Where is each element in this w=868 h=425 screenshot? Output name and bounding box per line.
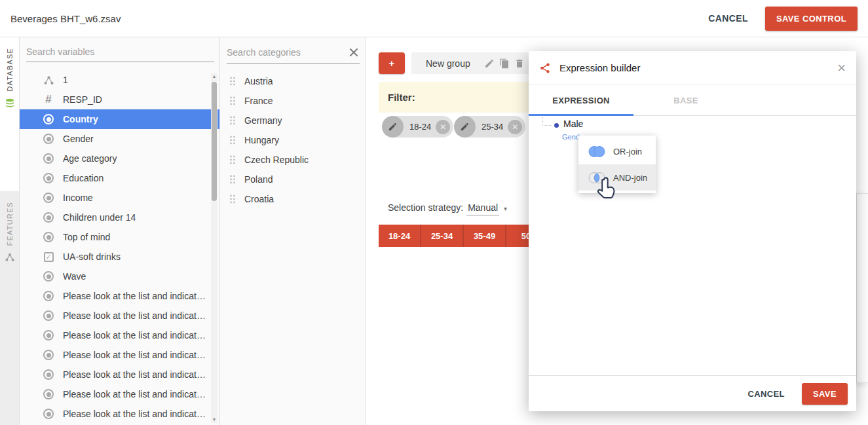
segment-button[interactable]: 25-34 — [421, 225, 464, 247]
expression-node-label[interactable]: Male — [563, 119, 583, 129]
drag-handle-icon[interactable] — [229, 194, 236, 204]
variable-row[interactable]: Please look at the list and indicat… — [20, 404, 219, 424]
share-icon — [5, 252, 15, 263]
variable-label: Please look at the list and indicat… — [63, 369, 206, 380]
strategy-select[interactable]: Manual — [466, 202, 499, 215]
radio-icon — [42, 409, 55, 419]
remove-chip-icon[interactable]: ✕ — [436, 120, 450, 134]
drag-handle-icon[interactable] — [229, 136, 236, 145]
variable-row[interactable]: Please look at the list and indicat… — [20, 286, 219, 306]
modal-save-button[interactable]: SAVE — [802, 383, 848, 405]
variable-row[interactable]: Age category — [20, 149, 219, 168]
modal-tabs: EXPRESSION BASE — [529, 85, 856, 116]
workspace: + New group Filter: 18-24 ✕ 25-34 ✕ Sele… — [366, 37, 868, 425]
clear-search-icon[interactable] — [348, 46, 360, 58]
drag-handle-icon[interactable] — [229, 96, 236, 105]
and-join-venn-icon — [587, 172, 607, 184]
edit-chip-icon[interactable] — [382, 116, 404, 138]
save-control-button[interactable]: SAVE CONTROL — [765, 7, 858, 31]
group-tab[interactable]: New group — [411, 52, 529, 74]
menu-item-label: AND-join — [613, 173, 647, 183]
radio-icon — [42, 350, 55, 360]
category-row[interactable]: Germany — [220, 111, 365, 130]
variable-row[interactable]: Top of mind — [20, 227, 219, 247]
document-title: Beverages BHT_w6.zsav — [10, 13, 121, 24]
variable-row[interactable]: Wave — [20, 267, 219, 286]
segment-button[interactable]: 35-49 — [464, 225, 506, 247]
edit-chip-icon[interactable] — [454, 116, 476, 138]
radio-icon — [42, 330, 55, 341]
category-row[interactable]: Czech Republic — [220, 150, 365, 170]
drag-handle-icon[interactable] — [229, 77, 236, 86]
category-label: Poland — [244, 174, 273, 185]
variable-label: Education — [63, 173, 104, 183]
edit-icon[interactable] — [484, 58, 495, 69]
category-row[interactable]: Poland — [220, 170, 365, 189]
menu-item-and-join[interactable]: AND-join — [578, 164, 656, 191]
variable-row[interactable]: Gender — [20, 129, 219, 149]
variable-row[interactable]: ✓ UA-soft drinks — [20, 247, 219, 267]
drag-handle-icon[interactable] — [229, 116, 236, 125]
close-icon[interactable]: × — [837, 61, 846, 75]
variable-row[interactable]: Please look at the list and indicat… — [20, 306, 219, 325]
topbar: Beverages BHT_w6.zsav CANCEL SAVE CONTRO… — [0, 0, 868, 37]
variable-row[interactable]: Please look at the list and indicat… — [20, 345, 219, 365]
rail-tab-database[interactable]: DATABASE — [0, 37, 19, 191]
modal-cancel-button[interactable]: CANCEL — [747, 389, 785, 399]
search-categories-input[interactable] — [227, 47, 348, 58]
variables-search-box — [26, 45, 214, 62]
variable-row[interactable]: Income — [20, 188, 219, 208]
filter-bar: Filter: — [379, 82, 529, 113]
variable-label: Children under 14 — [63, 212, 136, 223]
variable-row-selected[interactable]: Country — [20, 109, 219, 129]
variables-scrollbar[interactable]: ▲ ▼ — [211, 73, 217, 423]
variable-row[interactable]: Please look at the list and indicat… — [20, 325, 219, 345]
category-label: Germany — [244, 115, 282, 126]
copy-icon[interactable] — [499, 58, 510, 69]
modal-footer: CANCEL SAVE — [529, 375, 856, 411]
variable-label: Age category — [63, 153, 117, 164]
variables-list: 1 # RESP_ID Country Gender Age category … — [20, 70, 219, 425]
remove-chip-icon[interactable]: ✕ — [508, 120, 522, 134]
variable-row[interactable]: Children under 14 — [20, 208, 219, 227]
chip-label: 25-34 — [481, 122, 503, 132]
variable-row[interactable]: # RESP_ID — [20, 90, 219, 109]
variable-label: UA-soft drinks — [63, 251, 121, 262]
drag-handle-icon[interactable] — [229, 175, 236, 184]
variable-row[interactable]: Education — [20, 168, 219, 188]
filter-chip[interactable]: 18-24 ✕ — [382, 116, 453, 138]
scroll-up-icon[interactable]: ▲ — [211, 73, 217, 80]
variable-row[interactable]: Please look at the list and indicat… — [20, 384, 219, 404]
variable-label: Please look at the list and indicat… — [63, 310, 206, 321]
variable-row[interactable]: 1 — [20, 70, 219, 90]
radio-icon — [42, 212, 55, 223]
tab-base[interactable]: BASE — [633, 85, 738, 115]
menu-item-or-join[interactable]: OR-join — [578, 138, 656, 164]
radio-icon — [42, 232, 55, 242]
variable-label: Wave — [63, 271, 86, 282]
scroll-down-icon[interactable]: ▼ — [211, 416, 217, 423]
category-row[interactable]: France — [220, 91, 365, 111]
filter-chip[interactable]: 25-34 ✕ — [454, 116, 525, 138]
search-variables-input[interactable] — [26, 46, 214, 57]
category-row[interactable]: Austria — [220, 71, 365, 91]
variable-label: 1 — [63, 75, 68, 85]
cancel-button[interactable]: CANCEL — [708, 13, 748, 24]
radio-icon — [42, 369, 55, 380]
category-row[interactable]: Hungary — [220, 130, 365, 150]
chevron-down-icon[interactable]: ▾ — [504, 205, 507, 212]
variable-row[interactable]: Please look at the list and indicat… — [20, 365, 219, 384]
category-row[interactable]: Croatia — [220, 189, 365, 209]
segment-button[interactable]: 18-24 — [379, 225, 421, 247]
rail-tab-features[interactable]: FEATURES — [0, 191, 19, 319]
variable-label: Please look at the list and indicat… — [63, 409, 206, 419]
tab-expression[interactable]: EXPRESSION — [529, 85, 633, 115]
scrollbar-thumb[interactable] — [212, 82, 217, 201]
categories-search-box — [227, 45, 360, 64]
radio-icon — [42, 271, 55, 282]
delete-icon[interactable] — [514, 58, 525, 69]
strategy-label: Selection strategy: — [388, 202, 463, 213]
add-group-button[interactable]: + — [379, 52, 405, 74]
drag-handle-icon[interactable] — [229, 155, 236, 164]
topbar-actions: CANCEL SAVE CONTROL — [708, 7, 858, 31]
